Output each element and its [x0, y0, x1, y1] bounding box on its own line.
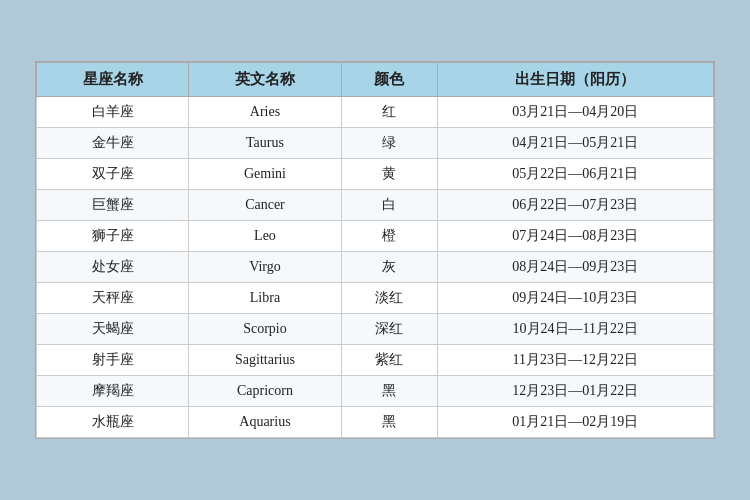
cell-4-0: 狮子座	[37, 221, 189, 252]
cell-7-1: Scorpio	[189, 314, 341, 345]
cell-3-0: 巨蟹座	[37, 190, 189, 221]
cell-1-1: Taurus	[189, 128, 341, 159]
cell-9-1: Capricorn	[189, 376, 341, 407]
cell-0-0: 白羊座	[37, 97, 189, 128]
zodiac-table: 星座名称 英文名称 颜色 出生日期（阳历） 白羊座Aries红03月21日—04…	[36, 62, 714, 438]
cell-4-1: Leo	[189, 221, 341, 252]
cell-8-2: 紫红	[341, 345, 437, 376]
col-header-english: 英文名称	[189, 63, 341, 97]
cell-5-2: 灰	[341, 252, 437, 283]
table-row: 巨蟹座Cancer白06月22日—07月23日	[37, 190, 714, 221]
cell-3-2: 白	[341, 190, 437, 221]
cell-6-0: 天秤座	[37, 283, 189, 314]
cell-2-1: Gemini	[189, 159, 341, 190]
cell-6-1: Libra	[189, 283, 341, 314]
cell-0-1: Aries	[189, 97, 341, 128]
cell-2-3: 05月22日—06月21日	[437, 159, 713, 190]
table-row: 摩羯座Capricorn黑12月23日—01月22日	[37, 376, 714, 407]
table-row: 白羊座Aries红03月21日—04月20日	[37, 97, 714, 128]
cell-5-3: 08月24日—09月23日	[437, 252, 713, 283]
col-header-chinese: 星座名称	[37, 63, 189, 97]
table-row: 狮子座Leo橙07月24日—08月23日	[37, 221, 714, 252]
table-row: 水瓶座Aquarius黑01月21日—02月19日	[37, 407, 714, 438]
table-row: 天秤座Libra淡红09月24日—10月23日	[37, 283, 714, 314]
cell-10-0: 水瓶座	[37, 407, 189, 438]
cell-10-3: 01月21日—02月19日	[437, 407, 713, 438]
cell-1-2: 绿	[341, 128, 437, 159]
cell-9-0: 摩羯座	[37, 376, 189, 407]
cell-4-2: 橙	[341, 221, 437, 252]
cell-4-3: 07月24日—08月23日	[437, 221, 713, 252]
cell-9-2: 黑	[341, 376, 437, 407]
table-row: 射手座Sagittarius紫红11月23日—12月22日	[37, 345, 714, 376]
cell-6-2: 淡红	[341, 283, 437, 314]
cell-10-2: 黑	[341, 407, 437, 438]
cell-2-0: 双子座	[37, 159, 189, 190]
table-row: 天蝎座Scorpio深红10月24日—11月22日	[37, 314, 714, 345]
cell-7-2: 深红	[341, 314, 437, 345]
cell-8-1: Sagittarius	[189, 345, 341, 376]
cell-0-2: 红	[341, 97, 437, 128]
cell-2-2: 黄	[341, 159, 437, 190]
cell-3-3: 06月22日—07月23日	[437, 190, 713, 221]
cell-8-0: 射手座	[37, 345, 189, 376]
cell-0-3: 03月21日—04月20日	[437, 97, 713, 128]
zodiac-table-container: 星座名称 英文名称 颜色 出生日期（阳历） 白羊座Aries红03月21日—04…	[35, 61, 715, 439]
table-row: 金牛座Taurus绿04月21日—05月21日	[37, 128, 714, 159]
cell-1-0: 金牛座	[37, 128, 189, 159]
col-header-color: 颜色	[341, 63, 437, 97]
cell-5-1: Virgo	[189, 252, 341, 283]
cell-1-3: 04月21日—05月21日	[437, 128, 713, 159]
cell-6-3: 09月24日—10月23日	[437, 283, 713, 314]
cell-8-3: 11月23日—12月22日	[437, 345, 713, 376]
cell-7-3: 10月24日—11月22日	[437, 314, 713, 345]
cell-5-0: 处女座	[37, 252, 189, 283]
cell-9-3: 12月23日—01月22日	[437, 376, 713, 407]
col-header-dates: 出生日期（阳历）	[437, 63, 713, 97]
table-row: 双子座Gemini黄05月22日—06月21日	[37, 159, 714, 190]
table-header-row: 星座名称 英文名称 颜色 出生日期（阳历）	[37, 63, 714, 97]
cell-3-1: Cancer	[189, 190, 341, 221]
cell-10-1: Aquarius	[189, 407, 341, 438]
table-row: 处女座Virgo灰08月24日—09月23日	[37, 252, 714, 283]
cell-7-0: 天蝎座	[37, 314, 189, 345]
